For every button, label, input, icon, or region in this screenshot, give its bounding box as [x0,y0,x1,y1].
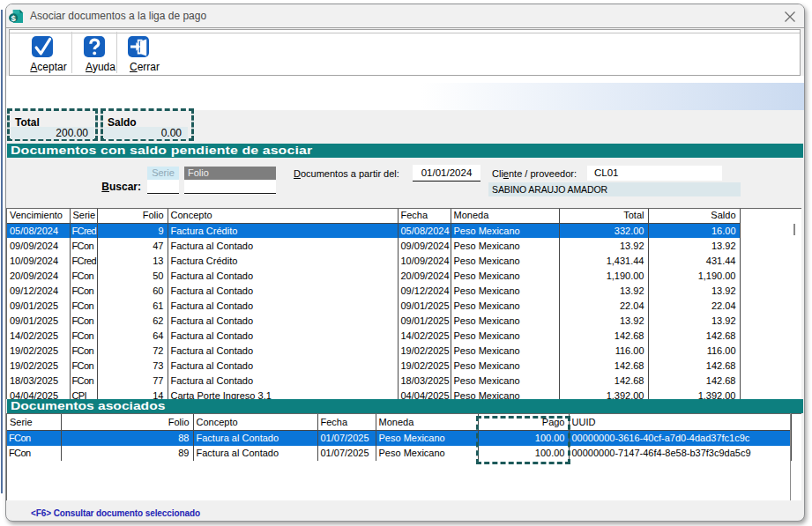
svg-text:$: $ [11,13,16,23]
